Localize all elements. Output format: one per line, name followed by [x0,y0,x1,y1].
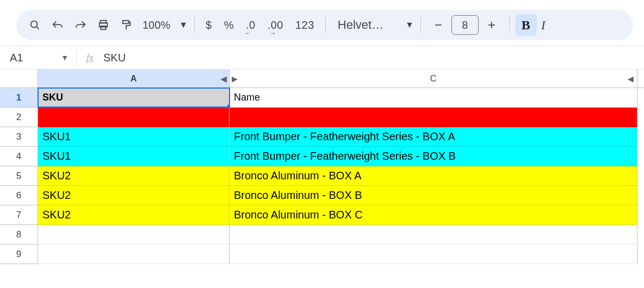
cell-C8[interactable] [230,225,637,245]
redo-icon[interactable] [70,14,91,36]
cell-C9[interactable] [230,245,637,264]
chevron-left-icon: ◀ [628,74,634,83]
formula-bar-input[interactable]: SKU [103,52,126,64]
paint-format-icon[interactable] [115,14,137,36]
format-percent-button[interactable]: % [219,14,239,36]
chevron-right-icon: ▶ [232,74,238,83]
cell-C6[interactable]: Bronco Aluminum - BOX B [230,186,637,205]
cell-A6[interactable]: SKU2 [38,186,230,205]
cell-A4[interactable]: SKU1 [38,147,230,166]
cell-C2[interactable] [230,108,637,127]
format-currency-button[interactable]: $ [200,14,218,36]
zoom-dropdown[interactable]: 100% ▼ [139,19,188,32]
row-header-7[interactable]: 7 [0,205,38,225]
name-box-value: A1 [10,52,23,64]
cell-A2[interactable] [38,108,230,127]
table-row: 9 [0,245,644,264]
separator [509,17,510,33]
cell-A3[interactable]: SKU1 [38,127,230,147]
chevron-left-icon: ◀ [221,74,227,83]
more-formats-button[interactable]: 123 [290,14,320,36]
chevron-down-icon: ▼ [61,53,69,62]
separator [420,17,421,33]
separator [194,17,195,33]
font-size-input[interactable]: 8 [451,15,479,35]
svg-line-1 [36,27,39,29]
row-header-4[interactable]: 4 [0,147,38,166]
table-row: 4 SKU1 Front Bumper - Featherweight Seri… [0,147,644,166]
cell-A9[interactable] [38,245,230,264]
column-headers: A ◀ ▶ C ◀ [0,70,644,88]
row-header-8[interactable]: 8 [0,225,38,245]
row-header-6[interactable]: 6 [0,186,38,205]
cell-A5[interactable]: SKU2 [38,166,230,186]
column-label: C [430,74,437,84]
row-header-3[interactable]: 3 [0,127,38,147]
increase-font-size-button[interactable]: + [482,14,501,36]
italic-button[interactable]: I [541,18,550,33]
column-header-A[interactable]: A ◀ [38,70,230,87]
row-header-5[interactable]: 5 [0,166,38,186]
name-box[interactable]: A1 ▼ [5,52,76,64]
table-row: 8 [0,225,644,245]
svg-point-0 [31,21,38,28]
column-header-C[interactable]: ▶ C ◀ [230,70,637,87]
spreadsheet-grid: A ◀ ▶ C ◀ 1 SKU Name 2 3 SKU1 Front Bump… [0,70,644,264]
selection-handle[interactable] [226,104,230,108]
cell-A8[interactable] [38,225,230,245]
font-name-label: Helvet… [332,18,389,32]
svg-rect-5 [123,21,129,24]
print-icon[interactable] [92,14,114,36]
undo-icon[interactable] [47,14,69,36]
search-icon[interactable] [24,14,46,36]
font-size-group: − 8 + [429,14,501,36]
cell-C5[interactable]: Bronco Aluminum - BOX A [230,166,637,186]
select-all-corner[interactable] [0,70,38,87]
zoom-value: 100% [139,19,174,32]
cell-A7[interactable]: SKU2 [38,205,230,225]
cell-C4[interactable]: Front Bumper - Featherweight Series - BO… [230,147,637,166]
chevron-down-icon: ▼ [179,20,188,30]
font-family-dropdown[interactable]: Helvet… ▼ [332,18,414,32]
row-header-1[interactable]: 1 [0,88,38,108]
decrease-font-size-button[interactable]: − [429,14,448,36]
formula-bar-row: A1 ▼ fx SKU [0,46,644,70]
column-label: A [131,74,137,84]
table-row: 1 SKU Name [0,88,644,108]
table-row: 3 SKU1 Front Bumper - Featherweight Seri… [0,127,644,147]
row-header-9[interactable]: 9 [0,245,38,264]
table-row: 6 SKU2 Bronco Aluminum - BOX B [0,186,644,205]
cell-value: SKU [42,92,63,103]
cell-C1[interactable]: Name [230,88,637,108]
fx-icon: fx [86,52,94,64]
separator [325,17,326,33]
cell-C3[interactable]: Front Bumper - Featherweight Series - BO… [230,127,637,147]
toolbar: 100% ▼ $ % .0← .00→ 123 Helvet… ▼ − 8 + … [16,10,633,40]
cell-A1[interactable]: SKU [38,88,230,108]
decrease-decimal-button[interactable]: .0← [240,14,261,36]
bold-button[interactable]: B [515,14,537,36]
table-row: 7 SKU2 Bronco Aluminum - BOX C [0,205,644,225]
table-row: 2 [0,108,644,127]
cell-C7[interactable]: Bronco Aluminum - BOX C [230,205,637,225]
table-row: 5 SKU2 Bronco Aluminum - BOX A [0,166,644,186]
increase-decimal-button[interactable]: .00→ [262,14,289,36]
chevron-down-icon: ▼ [405,20,414,30]
separator [76,49,77,66]
row-header-2[interactable]: 2 [0,108,38,127]
